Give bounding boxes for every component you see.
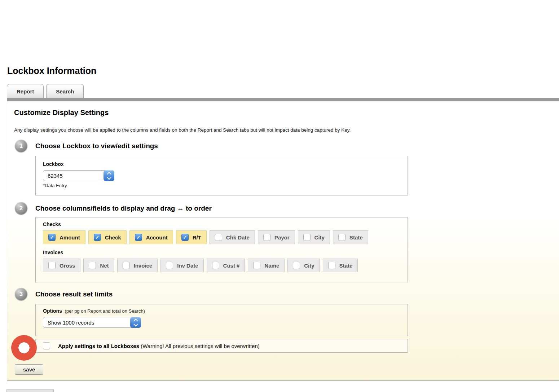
checks-chip-label: State [349,234,363,241]
checkbox-unchecked-icon[interactable] [293,262,300,269]
lockbox-label: Lockbox [43,161,400,167]
apply-all-label-bold: Apply settings to all Lockboxes [58,343,139,349]
step-3-heading: Choose result set limits [35,290,113,298]
checks-chip-chk-date[interactable]: Chk Date [210,230,255,244]
section-description: Any display settings you choose will be … [14,127,351,133]
checkbox-checked-icon[interactable]: ✓ [94,234,101,241]
checks-group-label: Checks [43,221,400,227]
invoices-chip-invoice[interactable]: Invoice [117,259,158,272]
checks-chip-payor[interactable]: Payor [258,230,295,244]
options-box: Options (per pg on Report and total on S… [35,304,408,336]
tab-search[interactable]: Search [46,84,84,98]
chevron-down-icon [133,322,138,326]
checks-chip-r-t[interactable]: ✓R/T [176,230,207,244]
checks-chip-check[interactable]: ✓Check [88,230,127,244]
checks-chip-label: Account [146,234,168,241]
invoices-chip-gross[interactable]: Gross [43,259,80,272]
lockbox-select-value: 62345 [48,173,63,179]
columns-box: Checks ✓Amount✓Check✓Account✓R/TChk Date… [35,217,408,282]
step-1-header: 1 Choose Lockbox to view/edit settings [15,140,158,152]
invoices-chip-state[interactable]: State [323,259,358,272]
checkbox-unchecked-icon[interactable] [215,234,222,241]
step-2-badge: 2 [15,202,27,215]
checkbox-unchecked-icon[interactable] [48,262,56,269]
save-button[interactable]: save [15,364,43,375]
invoices-chip-net[interactable]: Net [83,259,114,272]
records-select[interactable]: Show 1000 records [43,317,141,328]
records-select-value: Show 1000 records [48,320,94,326]
options-label-bold: Options [43,308,62,314]
invoices-chip-label: Net [100,263,109,269]
checkbox-unchecked-icon[interactable] [89,262,96,269]
checkbox-checked-icon[interactable]: ✓ [48,234,56,241]
tab-bar-divider [7,98,559,101]
page-title: Lockbox Information [7,66,96,76]
checks-chip-label: Payor [274,234,290,241]
tab-report-label: Report [17,88,34,94]
select-stepper-icon[interactable] [130,317,141,328]
tab-search-label: Search [56,88,74,94]
invoices-chip-label: City [304,263,314,269]
apply-all-label-rest: (Warning! All previous settings will be … [141,343,260,349]
apply-all-checkbox[interactable] [43,342,50,349]
lockbox-select[interactable]: 62345 [43,170,114,181]
invoices-chip-label: Gross [60,263,75,269]
invoices-chip-row: GrossNetInvoiceInv DateCust #NameCitySta… [43,259,400,272]
checkbox-unchecked-icon[interactable] [212,262,219,269]
annotation-circle-icon [11,335,37,361]
checkbox-checked-icon[interactable]: ✓ [135,234,142,241]
checkbox-unchecked-icon[interactable] [338,234,345,241]
invoices-chip-label: State [339,263,353,269]
section-heading: Customize Display Settings [14,109,109,117]
invoices-chip-cust[interactable]: Cust # [207,259,245,272]
checkbox-unchecked-icon[interactable] [263,234,270,241]
checkbox-unchecked-icon[interactable] [166,262,173,269]
checks-chip-city[interactable]: City [298,230,330,244]
step-2-header: 2 Choose columns/fields to display and d… [15,202,212,215]
checks-chip-label: Chk Date [226,234,250,241]
step-3-badge: 3 [15,288,27,300]
checks-chip-label: Check [105,234,121,241]
invoices-chip-label: Invoice [134,263,153,269]
invoices-chip-label: Name [264,263,279,269]
select-stepper-icon[interactable] [104,170,114,181]
lockbox-note: *Data Entry [43,183,400,188]
invoices-chip-city[interactable]: City [287,259,320,272]
step-1-heading: Choose Lockbox to view/edit settings [35,142,158,150]
invoices-chip-label: Cust # [223,263,240,269]
chevron-down-icon [107,175,111,180]
apply-all-label: Apply settings to all Lockboxes (Warning… [58,343,260,349]
invoices-chip-label: Inv Date [177,263,198,269]
tab-strip: Report Search [7,84,84,98]
invoices-chip-inv-date[interactable]: Inv Date [160,259,203,272]
options-label: Options (per pg on Report and total on S… [43,308,400,314]
settings-panel: Customize Display Settings Any display s… [7,101,559,381]
step-2-heading: Choose columns/fields to display and dra… [35,204,212,212]
checks-chip-state[interactable]: State [333,230,368,244]
checkbox-unchecked-icon[interactable] [303,234,311,241]
invoices-group-label: Invoices [43,250,400,255]
invoices-chip-name[interactable]: Name [248,259,285,272]
checks-chip-label: Amount [60,234,80,241]
checkbox-unchecked-icon[interactable] [123,262,130,269]
step-1-badge: 1 [15,140,27,152]
apply-all-warning: (Warning! All previous settings will be … [141,343,260,349]
apply-all-bar: Apply settings to all Lockboxes (Warning… [35,339,408,353]
checks-chip-row: ✓Amount✓Check✓Account✓R/TChk DatePayorCi… [43,230,400,244]
lockbox-information-page: Lockbox Information Report Search Custom… [0,0,559,392]
options-hint-text: (per pg on Report and total on Search) [65,308,145,314]
partial-button-bottom[interactable] [6,389,54,392]
checks-chip-label: City [314,234,325,241]
lockbox-box: Lockbox 62345 *Data Entry [35,156,408,195]
step-3-header: 3 Choose result set limits [15,288,113,300]
checks-chip-account[interactable]: ✓Account [129,230,173,244]
checkbox-unchecked-icon[interactable] [253,262,260,269]
checks-chip-amount[interactable]: ✓Amount [43,230,85,244]
checkbox-unchecked-icon[interactable] [328,262,335,269]
checks-chip-label: R/T [193,234,201,241]
tab-report[interactable]: Report [7,84,44,98]
checkbox-checked-icon[interactable]: ✓ [181,234,189,241]
